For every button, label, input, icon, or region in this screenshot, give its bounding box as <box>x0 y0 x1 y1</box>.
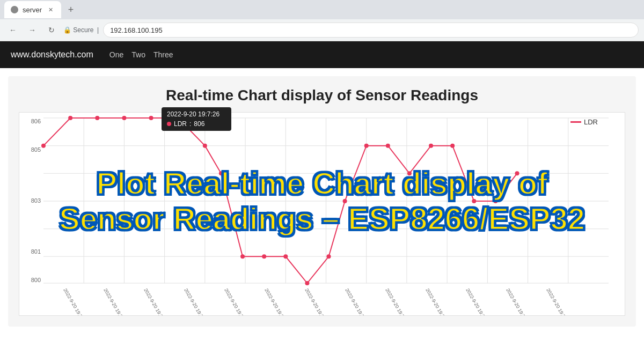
y-label-800: 800 <box>31 277 41 283</box>
tooltip-value-row: LDR: 806 <box>167 120 226 128</box>
data-point-10 <box>262 254 266 258</box>
chart-line <box>43 118 517 283</box>
x-label-10: 2022-9-20 19:7:28 <box>425 287 449 315</box>
new-tab-button[interactable]: + <box>63 2 78 17</box>
data-point-7 <box>203 144 207 148</box>
tooltip-value: 806 <box>194 120 204 128</box>
tab-favicon <box>11 6 18 13</box>
website: www.donskytech.com One Two Three Real-ti… <box>0 41 644 327</box>
chart-tooltip: 2022-9-20 19:7:26 LDR: 806 <box>162 107 231 131</box>
nav-link-one[interactable]: One <box>109 50 123 59</box>
chart-container: Real-time Chart display of Sensor Readin… <box>8 76 636 327</box>
data-point-15 <box>364 144 369 148</box>
x-label-8: 2022-9-20 19:7:28 <box>344 287 368 315</box>
data-point-2 <box>68 116 72 120</box>
browser-chrome: server ✕ + ← → ↻ 🔒 Secure | <box>0 0 644 41</box>
x-label-3: 2022-9-20 19:7:26 <box>143 287 167 315</box>
x-label-7: 2022-9-20 19:7:28 <box>304 287 328 315</box>
address-input[interactable] <box>103 23 639 38</box>
chart-title: Real-time Chart display of Sensor Readin… <box>19 87 625 104</box>
x-label-4: 2022-9-20 19:7:26 <box>183 287 207 315</box>
x-label-12: 2022-9-20 19:7:28 <box>505 287 529 315</box>
back-button[interactable]: ← <box>5 23 20 38</box>
y-label-805: 805 <box>31 146 41 153</box>
x-label-2: 2022-9-20 19:7:26 <box>103 287 127 315</box>
data-point-1 <box>41 144 46 148</box>
x-label-11: 2022-9-20 19:7:28 <box>465 287 489 315</box>
nav-link-two[interactable]: Two <box>131 50 145 59</box>
data-point-19 <box>450 144 455 148</box>
tooltip-dot <box>167 122 171 126</box>
nav-link-three[interactable]: Three <box>153 50 173 59</box>
reload-button[interactable]: ↻ <box>44 23 59 38</box>
data-point-9 <box>240 254 245 258</box>
navbar-links: One Two Three <box>109 50 173 59</box>
navbar-brand: www.donskytech.com <box>11 50 93 60</box>
chart-line-svg <box>43 118 609 283</box>
y-label-801: 801 <box>31 248 41 255</box>
data-point-13 <box>327 254 331 258</box>
tab-bar: server ✕ + <box>0 0 644 19</box>
x-label-9: 2022-9-20 19:7:28 <box>384 287 408 315</box>
data-point-11 <box>283 254 288 258</box>
data-point-8 <box>219 171 223 175</box>
y-axis: 806 805 803 801 800 <box>19 118 43 283</box>
x-axis-svg: 2022-9-20 19:7:26 2022-9-20 19:7:26 2022… <box>43 284 609 315</box>
data-point-4 <box>122 116 126 120</box>
x-axis-labels: 2022-9-20 19:7:26 2022-9-20 19:7:26 2022… <box>43 284 609 315</box>
y-label-803: 803 <box>31 197 41 204</box>
data-point-5 <box>149 116 153 120</box>
tab-title: server <box>23 6 42 14</box>
chart-area: 806 805 803 801 800 LDR <box>19 112 625 316</box>
active-tab[interactable]: server ✕ <box>4 1 61 18</box>
x-label-5: 2022-9-20 19:7:26 <box>223 287 247 315</box>
navbar: www.donskytech.com One Two Three <box>0 41 644 68</box>
y-label-806: 806 <box>31 118 41 124</box>
data-point-17 <box>407 171 412 175</box>
address-bar-row: ← → ↻ 🔒 Secure | <box>0 19 644 41</box>
data-point-22 <box>515 171 519 175</box>
tooltip-label: LDR <box>174 120 187 128</box>
x-label-1: 2022-9-20 19:7:26 <box>62 287 86 315</box>
x-label-13: 2022-9-20 19:7:28 <box>545 287 569 315</box>
x-label-6: 2022-9-20 19:7:28 <box>264 287 288 315</box>
tab-close-button[interactable]: ✕ <box>46 5 55 14</box>
tooltip-date: 2022-9-20 19:7:26 <box>167 110 226 118</box>
data-point-3 <box>95 116 99 120</box>
data-point-20 <box>472 199 476 203</box>
data-point-21 <box>493 199 497 203</box>
secure-icon: 🔒 Secure | <box>63 26 99 34</box>
data-point-18 <box>429 144 433 148</box>
forward-button[interactable]: → <box>25 23 40 38</box>
data-point-16 <box>386 144 390 148</box>
data-point-14 <box>343 199 347 203</box>
chart-svg-container: 2022-9-20 19:7:26 LDR: 806 <box>43 118 609 283</box>
